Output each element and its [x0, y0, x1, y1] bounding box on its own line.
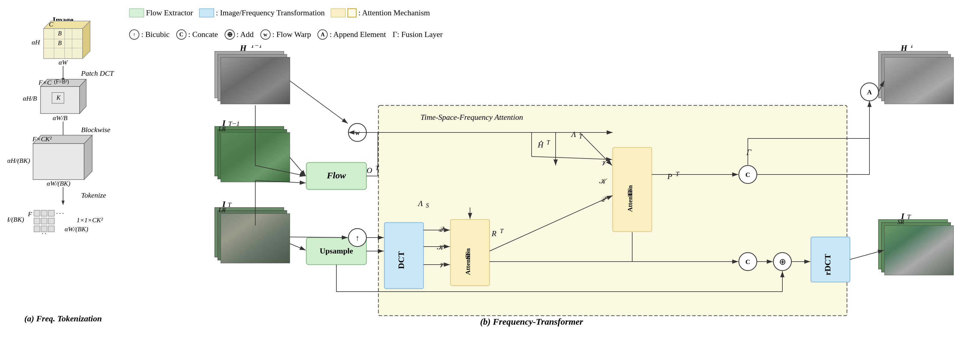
- svg-text:A: A: [867, 88, 872, 96]
- svg-text:S: S: [426, 202, 429, 209]
- svg-text:Time-Space-Frequency Attention: Time-Space-Frequency Attention: [420, 113, 523, 122]
- fusion-label: Γ: Fusion Layer: [393, 30, 443, 39]
- svg-text:C: C: [745, 258, 750, 266]
- svg-marker-2: [43, 29, 83, 59]
- svg-text:Blockwise: Blockwise: [81, 126, 111, 134]
- svg-text:T: T: [547, 139, 550, 146]
- svg-text:Patch DCT: Patch DCT: [81, 69, 114, 77]
- bicubic-label: : Bicubic: [141, 30, 170, 39]
- svg-text:T: T: [907, 213, 911, 220]
- append-icon: A: [317, 29, 328, 40]
- svg-line-140: [290, 237, 348, 237]
- svg-line-136: [290, 81, 348, 123]
- svg-text:B: B: [58, 30, 62, 37]
- svg-text:R: R: [492, 229, 496, 238]
- diagram-area: H T−1 I T−1 LR I T LR H: [123, 42, 980, 343]
- svg-text:Tokenize: Tokenize: [81, 191, 106, 199]
- svg-text:Flow: Flow: [326, 170, 346, 180]
- svg-text:C: C: [745, 171, 750, 178]
- add-label: : Add: [237, 30, 254, 39]
- svg-text:1×1×CK²: 1×1×CK²: [76, 216, 103, 224]
- legend-box-yellow: [331, 8, 346, 18]
- svg-text:rDCT: rDCT: [823, 254, 832, 276]
- svg-text:F×C: F×C: [38, 79, 52, 86]
- legend-box-green: [129, 8, 144, 18]
- svg-rect-48: [48, 218, 54, 224]
- legend-image-freq-label: : Image/Frequency Transformation: [216, 8, 325, 18]
- flowwarp-label: : Flow Warp: [272, 30, 311, 39]
- svg-text:αH/B: αH/B: [23, 95, 37, 102]
- add-icon: ⊕: [225, 29, 235, 40]
- right-panel: Flow Extractor : Image/Frequency Transfo…: [123, 6, 980, 343]
- svg-text:·: ·: [42, 230, 43, 237]
- svg-text:T−1: T−1: [228, 120, 240, 127]
- legend-row: Flow Extractor : Image/Frequency Transfo…: [123, 6, 980, 42]
- main-diagram-svg: H T−1 I T−1 LR I T LR H: [126, 45, 980, 331]
- svg-text:P: P: [667, 172, 672, 181]
- concat-label: : Concate: [188, 30, 218, 39]
- svg-rect-47: [41, 218, 47, 224]
- freq-tokenization-diagram: (a) Freq. Tokenization Image B B αH αW C: [8, 12, 119, 327]
- svg-text:αW: αW: [59, 59, 68, 66]
- svg-text:·: ·: [62, 210, 64, 217]
- legend-flow-extractor-label: Flow Extractor: [146, 8, 193, 18]
- flowwarp-icon: w: [260, 29, 270, 40]
- svg-text:DCT: DCT: [396, 251, 406, 269]
- svg-text:H: H: [900, 45, 908, 53]
- svg-text:αW/B: αW/B: [52, 114, 67, 122]
- svg-text:⊕: ⊕: [779, 257, 786, 266]
- svg-text:αH: αH: [32, 38, 41, 46]
- svg-rect-42: [48, 210, 54, 216]
- svg-rect-49: [34, 226, 40, 232]
- svg-rect-46: [34, 218, 40, 224]
- svg-text:T: T: [676, 171, 680, 177]
- svg-text:F×CK²: F×CK²: [32, 135, 52, 143]
- svg-rect-84: [885, 226, 954, 275]
- append-label: : Append Element: [329, 30, 386, 39]
- svg-rect-51: [48, 226, 54, 232]
- left-panel: (a) Freq. Tokenization Image B B αH αW C: [6, 6, 120, 343]
- svg-text:Upsample: Upsample: [320, 247, 353, 255]
- svg-text:↑: ↑: [356, 234, 360, 242]
- legend-symbols: ↑ : Bicubic C : Concate ⊕ : Add w : Flow…: [129, 29, 443, 40]
- svg-rect-40: [34, 210, 40, 216]
- svg-text:Λ: Λ: [417, 199, 423, 208]
- svg-text:B: B: [58, 40, 62, 46]
- legend-flow-extractor: Flow Extractor: [129, 8, 193, 18]
- svg-line-141: [290, 244, 306, 250]
- svg-text:T: T: [228, 201, 232, 209]
- concat-icon: C: [176, 29, 186, 40]
- svg-text:(F=B²): (F=B²): [54, 79, 69, 85]
- main-container: (a) Freq. Tokenization Image B B αH αW C: [0, 0, 980, 349]
- legend-box-orange: [347, 8, 356, 18]
- svg-text:T: T: [500, 228, 504, 234]
- svg-rect-62: [221, 57, 290, 104]
- svg-text:H: H: [240, 45, 247, 53]
- svg-text:C: C: [49, 21, 54, 28]
- svg-rect-41: [41, 210, 47, 216]
- legend-attention-label: : Attention Mechanism: [358, 8, 430, 18]
- svg-text:(b) Frequency-Transformer: (b) Frequency-Transformer: [480, 317, 583, 327]
- svg-text:αH/(BK): αH/(BK): [8, 157, 30, 164]
- svg-text:(a) Freq. Tokenization: (a) Freq. Tokenization: [24, 314, 102, 323]
- svg-marker-30: [33, 143, 84, 180]
- legend-image-freq: : Image/Frequency Transformation: [199, 8, 325, 18]
- svg-text:LR: LR: [218, 207, 226, 213]
- legend-attention: : Attention Mechanism: [331, 8, 430, 18]
- svg-text:K: K: [56, 94, 61, 101]
- svg-text:T: T: [375, 164, 379, 171]
- svg-text:F: F: [28, 210, 32, 218]
- svg-text:·: ·: [56, 210, 58, 217]
- svg-text:αW/(BK): αW/(BK): [65, 225, 88, 233]
- svg-text:Γ: Γ: [746, 147, 751, 157]
- svg-text:Attention: Attention: [464, 248, 471, 275]
- svg-text:Attention: Attention: [626, 185, 634, 212]
- svg-text:SR: SR: [897, 219, 904, 225]
- svg-text:·: ·: [59, 210, 61, 217]
- svg-marker-37: [62, 201, 65, 205]
- svg-text:Ĥ: Ĥ: [538, 140, 544, 149]
- svg-text:LR: LR: [218, 126, 226, 132]
- bicubic-icon: ↑: [129, 29, 139, 40]
- legend-box-blue: [199, 8, 214, 18]
- svg-text:αH/(BK): αH/(BK): [8, 216, 24, 223]
